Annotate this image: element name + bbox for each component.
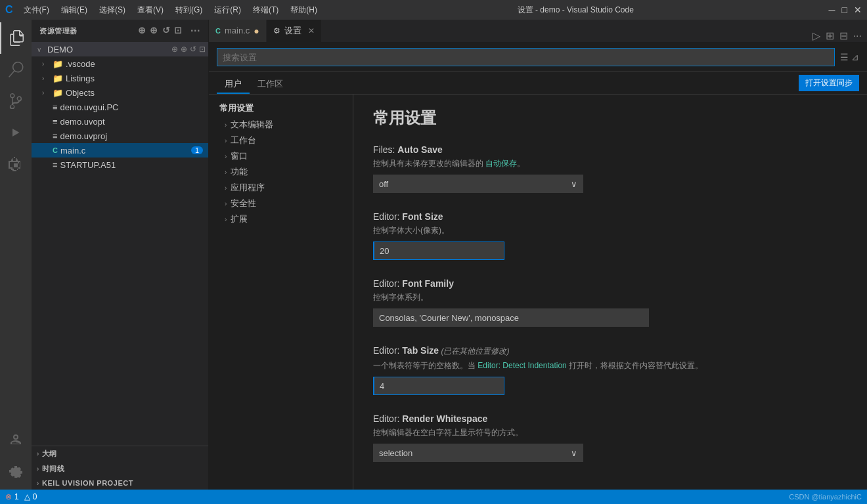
settings-title-main: Auto Save [397,144,442,155]
tree-item-vscode[interactable]: › 📁 .vscode [32,56,208,71]
split-editor-icon[interactable]: ▷ [812,30,820,42]
settings-page-title: 常用设置 [373,108,847,129]
chevron-down-icon: ∨ [37,46,47,53]
tree-item-label: .vscode [66,59,95,69]
settings-nav-features[interactable]: › 功能 [209,164,353,180]
settings-fontsize-input[interactable] [373,242,504,260]
timeline-label: 时间线 [42,464,65,474]
menu-terminal[interactable]: 终端(T) [248,3,284,17]
new-file-icon[interactable]: ⊕ [138,25,146,37]
nav-item-label: 窗口 [231,150,248,162]
demo-new-file-icon[interactable]: ⊕ [171,45,178,54]
tree-item-startup[interactable]: › ≡ STARTUP.A51 [32,158,208,172]
tree-item-uvopt[interactable]: › ≡ demo.uvopt [32,114,208,129]
chevron-right-icon: › [37,465,39,472]
settings-list-icon[interactable]: ☰ [840,52,849,62]
outline-section[interactable]: › 大纲 [32,446,208,461]
tree-item-label: Objects [66,88,95,98]
detect-indentation-link[interactable]: Editor: Detect Indentation [478,361,566,370]
refresh-icon[interactable]: ↺ [162,25,171,37]
watermark: CSDN @tianyazhichiC [789,493,862,501]
chevron-right-icon: › [225,121,227,129]
new-folder-icon[interactable]: ⊕ [150,25,158,37]
settings-title-prefix: Editor: [373,345,402,356]
collapse-icon[interactable]: ⊡ [174,25,183,37]
settings-autosave-dropdown[interactable]: off ∨ [373,175,583,193]
more-actions-icon[interactable]: ··· [190,25,200,37]
activity-extensions[interactable] [0,148,32,180]
activity-run[interactable] [0,117,32,148]
demo-new-folder-icon[interactable]: ⊕ [181,45,187,54]
folder-icon: 📁 [53,74,63,83]
settings-item-renderws: Editor: Render Whitespace 控制编辑器在空白字符上显示符… [373,413,847,462]
demo-collapse-icon[interactable]: ⊡ [199,45,206,54]
settings-tab-user[interactable]: 用户 [217,75,250,94]
settings-item-desc-autosave: 控制具有未保存更改的编辑器的 自动保存。 [373,158,847,169]
keil-section[interactable]: › KEIL UVISION PROJECT [32,476,208,490]
autosave-link[interactable]: 自动保存 [485,159,517,168]
statusbar-right: CSDN @tianyazhichiC [789,493,862,501]
folder-icon: 📁 [53,59,63,69]
settings-nav-application[interactable]: › 应用程序 [209,180,353,196]
tree-item-uvproj[interactable]: › ≡ demo.uvproj [32,129,208,143]
keil-label: KEIL UVISION PROJECT [42,479,133,487]
tab-mainc[interactable]: C main.c ● [209,20,267,42]
folder-icon: 📁 [53,88,63,98]
tree-item-objects[interactable]: › 📁 Objects [32,85,208,100]
tree-demo-root[interactable]: ∨ DEMO ⊕ ⊕ ↺ ⊡ [32,42,208,56]
warning-count: 0 [33,492,37,501]
settings-nav-text-editor[interactable]: › 文本编辑器 [209,117,353,133]
settings-nav-window[interactable]: › 窗口 [209,148,353,164]
menu-file[interactable]: 文件(F) [18,3,55,17]
settings-filter-icon[interactable]: ⊿ [851,52,859,62]
menu-help[interactable]: 帮助(H) [285,3,322,17]
menu-run[interactable]: 运行(R) [209,3,246,17]
statusbar-errors[interactable]: ⊗ 1 △ 0 [5,492,37,501]
c-file-icon: C [53,146,58,154]
file-icon: ≡ [53,117,58,127]
timeline-section[interactable]: › 时间线 [32,461,208,476]
settings-item-desc-renderws: 控制编辑器在空白字符上显示符号的方式。 [373,427,847,438]
menu-select[interactable]: 选择(S) [94,3,131,17]
editor-area: C main.c ● ⚙ 设置 ✕ ▷ ⊞ ⊟ ··· ☰ [209,20,867,490]
tree-item-uvgui[interactable]: › ≡ demo.uvgui.PC [32,100,208,114]
close-button[interactable]: ✕ [854,5,862,15]
settings-search-input[interactable] [217,48,835,66]
settings-tabs: 用户 工作区 打开设置同步 [209,72,867,94]
minimize-button[interactable]: ─ [829,5,835,15]
menu-edit[interactable]: 编辑(E) [56,3,93,17]
activity-account[interactable] [0,424,32,455]
tab-settings[interactable]: ⚙ 设置 ✕ [267,20,322,42]
settings-nav-security[interactable]: › 安全性 [209,196,353,211]
dropdown-value: off [379,179,388,189]
maximize-button[interactable]: □ [842,5,847,15]
tab-close-icon[interactable]: ✕ [308,26,315,35]
vscode-logo: C [5,4,13,16]
menu-view[interactable]: 查看(V) [132,3,169,17]
toggle-panel-icon[interactable]: ⊟ [839,30,848,42]
menu-goto[interactable]: 转到(G) [170,3,208,17]
file-icon: ≡ [53,102,58,112]
settings-fontfamily-input[interactable] [373,308,649,327]
settings-renderws-dropdown[interactable]: selection ∨ [373,444,583,462]
tree-item-mainc[interactable]: › C main.c 1 [32,143,208,158]
sidebar: 资源管理器 ⊕ ⊕ ↺ ⊡ ··· ∨ DEMO ⊕ ⊕ ↺ ⊡ [32,20,209,490]
demo-refresh-icon[interactable]: ↺ [190,45,196,54]
activity-search[interactable] [0,54,32,85]
settings-tab-workspace[interactable]: 工作区 [250,75,291,94]
settings-tabsize-input[interactable] [373,377,504,395]
activity-source-control[interactable] [0,85,32,117]
customize-layout-icon[interactable]: ⊞ [826,30,834,42]
activity-explorer[interactable] [0,22,32,54]
titlebar-left: C 文件(F) 编辑(E) 选择(S) 查看(V) 转到(G) 运行(R) 终端… [5,3,322,17]
chevron-right-icon: › [42,75,53,82]
tree-item-listings[interactable]: › 📁 Listings [32,71,208,85]
dropdown-value: selection [379,448,412,458]
sync-settings-button[interactable]: 打开设置同步 [799,75,859,91]
more-tabs-icon[interactable]: ··· [853,30,862,42]
activity-manage[interactable] [0,455,32,487]
settings-nav-extensions[interactable]: › 扩展 [209,211,353,227]
tab-settings-label: 设置 [284,25,301,37]
settings-nav-workbench[interactable]: › 工作台 [209,133,353,148]
sidebar-bottom: › 大纲 › 时间线 › KEIL UVISION PROJECT [32,446,208,490]
